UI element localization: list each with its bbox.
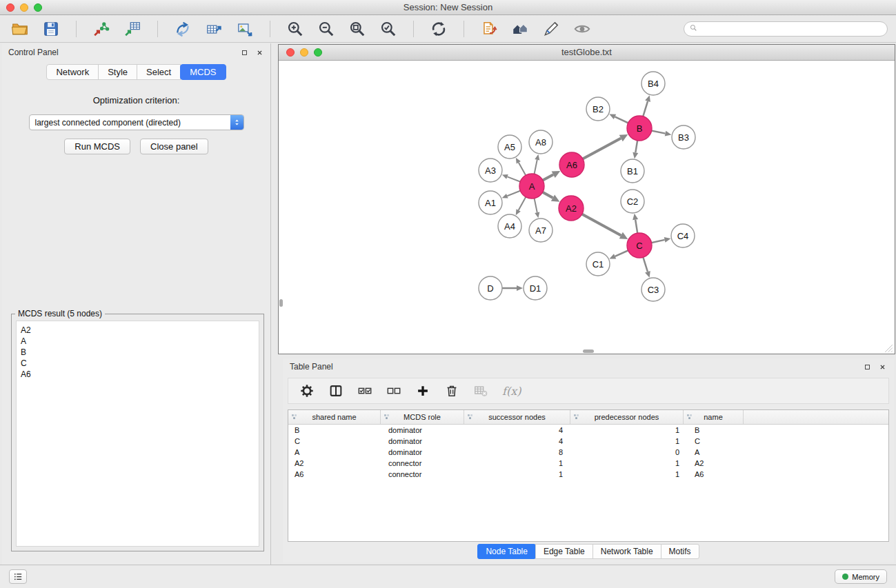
tab-mcds[interactable]: MCDS [180, 64, 226, 80]
save-session-button[interactable] [38, 18, 64, 40]
maximize-window-button[interactable] [34, 3, 42, 12]
table-cell: 1 [464, 470, 570, 478]
search-input[interactable] [701, 24, 882, 34]
header-type-icon [573, 414, 579, 420]
control-panel-title: Control Panel [8, 48, 59, 57]
column-header-predecessor-nodes[interactable]: predecessor nodes [570, 410, 684, 424]
table-cell: connector [381, 459, 464, 467]
plus-icon [415, 383, 430, 398]
tab-style[interactable]: Style [98, 64, 137, 80]
delete-columns-button[interactable] [443, 382, 461, 400]
function-builder-button[interactable]: f(x) [501, 382, 522, 400]
mcds-result-list: A2ABCA6 [16, 321, 259, 547]
tab-network-table[interactable]: Network Table [593, 544, 661, 559]
edge-arrowhead [645, 271, 650, 278]
node-label-D1: D1 [530, 283, 541, 294]
table-row[interactable]: A2connector11A2 [288, 458, 888, 469]
table-panel-title: Table Panel [290, 362, 333, 372]
close-icon [257, 50, 263, 56]
tab-motifs[interactable]: Motifs [661, 544, 699, 559]
table-row[interactable]: Cdominator41C [288, 436, 888, 447]
import-table-icon [123, 20, 141, 38]
horizontal-scrollbar-thumb[interactable] [583, 349, 594, 353]
column-header-label: MCDS role [404, 413, 441, 421]
network-maximize-button[interactable] [314, 48, 322, 57]
table-cell: 1 [570, 437, 684, 445]
network-close-button[interactable] [286, 48, 295, 57]
import-table-button[interactable] [119, 18, 146, 40]
zoom-fit-button[interactable] [344, 18, 370, 40]
search-field[interactable] [684, 21, 888, 37]
table-panel-toolbar: f(x) [288, 378, 889, 404]
zoom-in-button[interactable] [282, 18, 308, 40]
close-panel-icon[interactable] [255, 48, 264, 57]
result-item[interactable]: A2 [19, 325, 256, 336]
table-body: Bdominator41BCdominator41CAdominator80AA… [288, 425, 888, 480]
table-close-panel-icon[interactable] [877, 362, 887, 372]
network-graph[interactable]: B4B2BB3A8A5A6A3B1AC2A1A2A4A7C4CC1C3DD1 [279, 61, 895, 354]
table-cell: 1 [464, 459, 570, 467]
home-button[interactable] [507, 18, 533, 40]
create-column-button[interactable] [414, 382, 432, 400]
criterion-dropdown[interactable]: largest connected component (directed) [29, 114, 244, 130]
table-row[interactable]: Bdominator41B [288, 425, 888, 436]
delete-table-button[interactable] [472, 382, 490, 400]
tab-edge-table[interactable]: Edge Table [535, 544, 593, 559]
column-header-label: shared name [312, 413, 356, 421]
table-cell: A6 [684, 470, 744, 478]
vertical-scrollbar-thumb[interactable] [279, 299, 283, 307]
minimize-window-button[interactable] [20, 3, 28, 12]
column-header-successor-nodes[interactable]: successor nodes [464, 410, 570, 424]
unselect-all-columns-button[interactable] [385, 382, 403, 400]
import-network-button[interactable] [88, 18, 115, 40]
table-cell: connector [381, 470, 464, 478]
export-image-button[interactable] [232, 18, 258, 40]
open-session-button[interactable] [7, 18, 33, 40]
table-cell: 8 [464, 448, 570, 456]
float-panel-icon[interactable] [239, 48, 249, 57]
column-header-name[interactable]: name [684, 410, 744, 424]
column-header-MCDS-role[interactable]: MCDS role [381, 410, 464, 424]
column-settings-button[interactable] [298, 382, 316, 400]
column-header-shared-name[interactable]: shared name [288, 410, 381, 424]
network-minimize-button[interactable] [300, 48, 308, 57]
zoom-selected-button[interactable] [375, 18, 401, 40]
network-window-title: testGlobe.txt [279, 45, 895, 60]
node-label-C2: C2 [627, 196, 639, 207]
show-columns-button[interactable] [327, 382, 345, 400]
result-item[interactable]: C [19, 358, 256, 369]
select-all-columns-button[interactable] [356, 382, 374, 400]
edge-arrowhead [633, 214, 638, 221]
network-canvas[interactable]: B4B2BB3A8A5A6A3B1AC2A1A2A4A7C4CC1C3DD1 [279, 61, 895, 354]
panel-selector-button[interactable] [9, 569, 27, 584]
export-network-icon [174, 20, 192, 38]
close-window-button[interactable] [6, 3, 14, 12]
apply-style-button[interactable] [538, 18, 564, 40]
export-network-button[interactable] [170, 18, 196, 40]
tab-select[interactable]: Select [137, 64, 181, 80]
close-panel-button[interactable]: Close panel [140, 139, 208, 154]
zoom-in-icon [286, 20, 304, 38]
memory-status-icon [842, 574, 848, 580]
table-row[interactable]: A6connector11A6 [288, 469, 888, 480]
result-item[interactable]: A6 [19, 369, 256, 380]
toolbar-separator [157, 21, 158, 37]
run-mcds-button[interactable]: Run MCDS [64, 139, 130, 154]
export-table-button[interactable] [201, 18, 227, 40]
table-cell: A [288, 448, 381, 456]
resize-grip-icon[interactable] [884, 343, 894, 353]
criterion-selected-value: largest connected component (directed) [35, 118, 181, 128]
result-item[interactable]: B [19, 347, 256, 358]
refresh-network-button[interactable] [426, 18, 452, 40]
tab-network[interactable]: Network [46, 64, 99, 80]
result-item[interactable]: A [19, 336, 256, 347]
node-label-B: B [637, 123, 643, 134]
table-row[interactable]: Adominator80A [288, 447, 888, 458]
zoom-out-button[interactable] [313, 18, 339, 40]
control-panel-header: Control Panel [2, 43, 270, 61]
open-file-button[interactable] [476, 18, 502, 40]
memory-button[interactable]: Memory [835, 569, 887, 584]
show-graphics-details-button[interactable] [569, 18, 595, 40]
tab-node-table[interactable]: Node Table [477, 544, 536, 559]
table-float-panel-icon[interactable] [862, 362, 872, 372]
